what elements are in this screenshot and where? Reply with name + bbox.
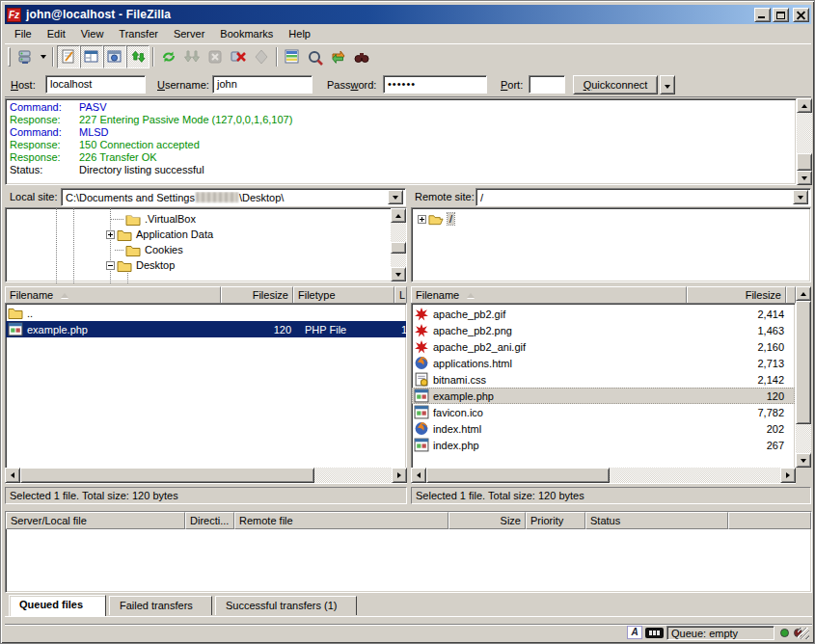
file-row[interactable]: apache_pb2.gif 2,414 [412,306,795,322]
menu-view[interactable]: View [73,26,112,41]
transfer-queue-panel[interactable]: Server/Local file Directi... Remote file… [5,511,812,593]
column-header-filename[interactable]: Filename [5,286,221,304]
menu-server[interactable]: Server [166,26,212,41]
scroll-track[interactable] [391,254,406,267]
expand-plus-icon[interactable] [418,215,426,224]
tree-item-virtualbox[interactable]: .VirtualBox [123,211,196,227]
toggle-remote-tree-button[interactable] [103,45,126,68]
file-row-parent-dir[interactable]: .. [6,305,406,321]
quickconnect-button[interactable]: Quickconnect [573,75,658,94]
file-row[interactable]: favicon.ico 7,782 [412,404,795,420]
tab-failed-transfers[interactable]: Failed transfers [109,596,212,615]
find-files-button[interactable] [350,45,373,68]
maximize-button[interactable] [773,8,789,22]
menu-bookmarks[interactable]: Bookmarks [212,26,281,41]
scroll-thumb[interactable] [426,468,610,483]
local-tree[interactable]: .VirtualBox Application Data Cookies Des… [5,207,407,282]
scroll-down-button[interactable] [796,453,811,468]
tree-item-cookies[interactable]: Cookies [123,242,183,257]
password-input[interactable]: •••••• [383,75,487,94]
scroll-left-button[interactable] [5,468,20,483]
scroll-down-button[interactable] [797,171,812,185]
toggle-queue-button[interactable] [126,45,149,68]
column-header-direction[interactable]: Directi... [185,512,234,529]
close-button[interactable] [793,8,809,22]
file-row[interactable]: apache_pb2.png 1,463 [412,322,795,338]
resize-grip[interactable] [798,628,809,639]
scroll-right-button[interactable] [392,468,407,483]
column-header-filename[interactable]: Filename [411,286,687,304]
local-site-combo[interactable]: C:\Documents and Settings\Desktop\ [61,188,406,206]
process-queue-button[interactable] [180,45,204,68]
scroll-thumb[interactable] [20,468,314,483]
remote-site-dropdown[interactable] [793,190,808,204]
reconnect-button[interactable] [250,45,273,68]
scroll-down-button[interactable] [391,267,406,282]
collapse-minus-icon[interactable] [106,261,115,270]
file-row[interactable]: index.html 202 [412,420,795,437]
scroll-track[interactable] [796,424,811,453]
local-h-scrollbar[interactable] [5,468,407,483]
scroll-thumb[interactable] [797,153,812,171]
column-header-lastmodified[interactable]: L [394,286,407,304]
remote-tree[interactable]: / [411,207,811,282]
scroll-up-button[interactable] [797,98,812,113]
column-header-filesize[interactable]: Filesize [221,286,293,304]
file-row-example-php[interactable]: example.php 120 PHP File 1 [6,321,406,337]
menu-file[interactable]: File [7,26,40,41]
tree-item-desktop[interactable]: Desktop [106,257,175,273]
remote-site-combo[interactable]: / [475,188,811,206]
site-manager-button[interactable] [14,45,37,68]
scroll-track[interactable] [610,468,780,483]
menu-help[interactable]: Help [281,26,318,41]
scroll-thumb[interactable] [796,301,811,424]
site-manager-dropdown[interactable] [37,46,49,67]
refresh-button[interactable] [157,45,180,68]
local-file-list[interactable]: .. example.php 120 PHP File 1 [5,303,407,484]
directory-comparison-button[interactable] [281,45,304,68]
local-tree-scrollbar[interactable] [391,208,406,282]
scroll-track[interactable] [314,468,392,483]
menu-edit[interactable]: Edit [40,26,73,41]
file-row-selected[interactable]: example.php 120 [412,388,795,404]
scroll-track[interactable] [391,223,406,242]
remote-v-scrollbar[interactable] [796,286,811,468]
disconnect-button[interactable] [227,45,250,68]
file-row[interactable]: bitnami.css 2,142 [412,371,795,388]
username-input[interactable]: john [212,75,312,94]
scroll-thumb[interactable] [391,242,406,254]
tree-item-application-data[interactable]: Application Data [106,227,213,242]
scroll-track[interactable] [797,113,812,153]
toggle-local-tree-button[interactable] [80,45,103,68]
minimize-button[interactable] [754,8,771,22]
column-header-priority[interactable]: Priority [526,512,585,529]
column-header-filetype[interactable]: Filetype [293,286,394,304]
column-header-size[interactable]: Size [448,512,526,529]
expand-plus-icon[interactable] [106,230,115,239]
title-bar[interactable]: Fz john@localhost - FileZilla [5,5,811,24]
menu-transfer[interactable]: Transfer [111,26,166,41]
tab-successful-transfers[interactable]: Successful transfers (1) [215,596,357,615]
file-row[interactable]: apache_pb2_ani.gif 2,160 [412,338,795,355]
column-header-status[interactable]: Status [585,512,728,529]
log-scrollbar[interactable] [797,98,812,185]
file-row[interactable]: index.php 267 [412,437,795,453]
port-input[interactable] [529,75,565,94]
cancel-operation-button[interactable] [204,45,227,68]
quickconnect-dropdown[interactable] [660,75,675,94]
message-log[interactable]: Command:PASV Response:227 Entering Passi… [5,98,797,185]
tree-item-root[interactable]: / [418,211,454,227]
file-row[interactable]: applications.html 2,713 [412,355,795,371]
scroll-right-button[interactable] [780,468,796,483]
column-header-server-local-file[interactable]: Server/Local file [6,512,185,529]
scroll-up-button[interactable] [391,208,406,223]
remote-file-list[interactable]: apache_pb2.gif 2,414 apache_pb2.png 1,46… [411,303,796,484]
filter-button[interactable] [327,45,350,68]
remote-h-scrollbar[interactable] [411,468,796,483]
toolbar-grip[interactable] [8,47,11,67]
tab-queued-files[interactable]: Queued files [9,595,106,616]
synchronized-browsing-button[interactable] [304,45,327,68]
scroll-left-button[interactable] [411,468,426,483]
column-header-remote-file[interactable]: Remote file [234,512,448,529]
host-input[interactable]: localhost [45,75,146,94]
